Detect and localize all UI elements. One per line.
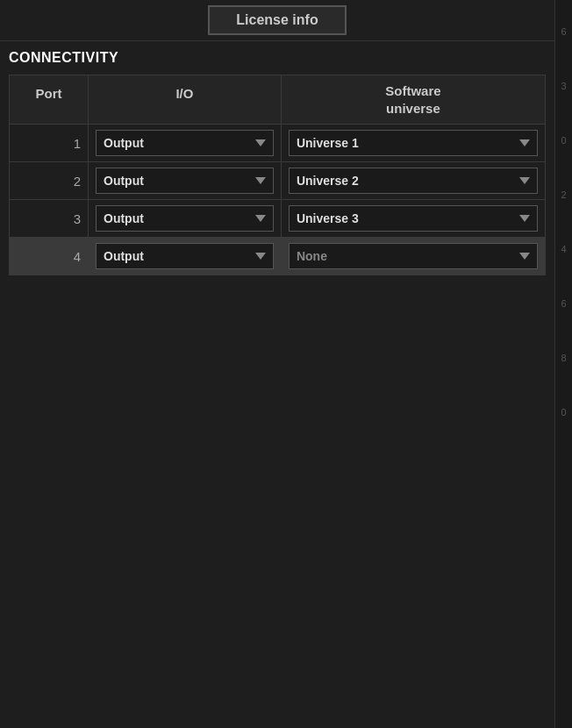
io-dropdown-4[interactable]: Output <box>96 243 274 269</box>
io-dropdown-arrow-4 <box>255 253 266 260</box>
io-dropdown-label-4: Output <box>104 249 248 263</box>
connectivity-section: CONNECTIVITY Port I/O Software universe … <box>0 41 554 728</box>
io-cell-2: Output <box>89 162 282 199</box>
io-column-header: I/O <box>89 75 282 124</box>
universe-dropdown-label-3: Universe 3 <box>297 211 512 225</box>
io-dropdown-3[interactable]: Output <box>96 205 274 232</box>
sidebar-num-6b: 6 <box>561 298 566 309</box>
io-dropdown-arrow-1 <box>255 139 266 146</box>
universe-dropdown-label-4: None <box>297 249 512 263</box>
table-row: 2OutputUniverse 2 <box>9 162 546 200</box>
universe-dropdown-2[interactable]: Universe 2 <box>289 168 538 194</box>
main-content: License info CONNECTIVITY Port I/O Softw… <box>0 0 554 728</box>
table-row: 4OutputNone <box>9 238 546 275</box>
table-header: Port I/O Software universe <box>9 75 546 125</box>
universe-dropdown-arrow-2 <box>519 177 530 184</box>
universe-cell-4: None <box>282 238 545 275</box>
header-bar: License info <box>0 0 554 41</box>
sidebar-num-6a: 6 <box>561 26 566 37</box>
io-dropdown-1[interactable]: Output <box>96 130 274 156</box>
io-dropdown-label-2: Output <box>104 174 248 188</box>
io-cell-1: Output <box>89 125 282 161</box>
port-cell-4: 4 <box>10 238 89 275</box>
sidebar-numbers: 6 3 0 2 4 6 8 0 <box>555 9 572 418</box>
universe-dropdown-3[interactable]: Universe 3 <box>289 205 538 232</box>
io-dropdown-2[interactable]: Output <box>96 168 274 194</box>
table-row: 1OutputUniverse 1 <box>9 125 546 162</box>
table-body: 1OutputUniverse 12OutputUniverse 23Outpu… <box>9 125 546 275</box>
universe-dropdown-1[interactable]: Universe 1 <box>289 130 538 156</box>
universe-dropdown-arrow-4 <box>519 253 530 260</box>
port-cell-1: 1 <box>10 125 89 161</box>
universe-dropdown-label-1: Universe 1 <box>297 136 512 150</box>
io-cell-4: Output <box>89 238 282 275</box>
universe-cell-2: Universe 2 <box>282 162 545 199</box>
universe-dropdown-label-2: Universe 2 <box>297 174 512 188</box>
port-cell-2: 2 <box>10 162 89 199</box>
right-sidebar: 6 3 0 2 4 6 8 0 <box>554 0 572 728</box>
section-title: CONNECTIVITY <box>9 50 546 66</box>
universe-dropdown-arrow-1 <box>519 139 530 146</box>
universe-cell-1: Universe 1 <box>282 125 545 161</box>
io-dropdown-arrow-2 <box>255 177 266 184</box>
sidebar-num-4: 4 <box>561 244 566 254</box>
connectivity-table: Port I/O Software universe 1OutputUniver… <box>9 75 546 275</box>
sidebar-num-3: 3 <box>561 81 566 91</box>
io-cell-3: Output <box>89 200 282 237</box>
table-row: 3OutputUniverse 3 <box>9 200 546 238</box>
port-column-header: Port <box>10 75 89 124</box>
universe-dropdown-arrow-3 <box>519 215 530 222</box>
sidebar-num-0b: 0 <box>561 407 566 418</box>
io-dropdown-label-1: Output <box>104 136 248 150</box>
sidebar-num-2: 2 <box>561 189 566 200</box>
license-info-button[interactable]: License info <box>208 5 346 35</box>
io-dropdown-arrow-3 <box>255 215 266 222</box>
universe-dropdown-4[interactable]: None <box>289 243 538 269</box>
universe-column-header: Software universe <box>282 75 545 124</box>
universe-cell-3: Universe 3 <box>282 200 545 237</box>
port-cell-3: 3 <box>10 200 89 237</box>
io-dropdown-label-3: Output <box>104 211 248 225</box>
sidebar-num-8: 8 <box>561 353 566 363</box>
sidebar-num-0a: 0 <box>561 135 566 146</box>
